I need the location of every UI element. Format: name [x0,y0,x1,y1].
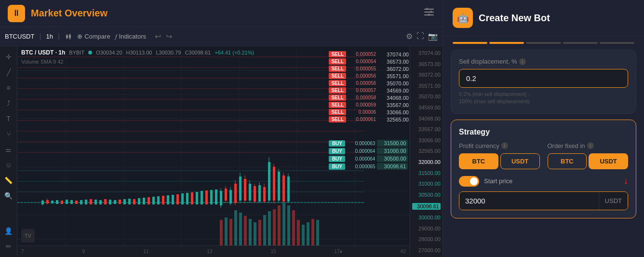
sell-price: 35070.00 [378,81,409,86]
price-tick-18: 27000.00 [412,247,441,253]
svg-rect-44 [220,220,223,249]
chart-body: ✛ ╱ ≡ ⤴ T ⑂ ⚌ ☺ 📏 🔍 👤 ✏ [0,46,443,257]
compare-button[interactable]: ⊕ Compare [77,33,110,40]
svg-rect-117 [138,198,140,204]
crosshair-tool[interactable]: ✛ [2,50,15,64]
sell-order-5: SELL 0.000056 35070.00 [329,80,409,86]
svg-rect-119 [148,197,150,204]
user-tool[interactable]: 👤 [2,224,15,238]
price-tick: 33066.00 [412,137,441,143]
order-fixed-info[interactable]: i [587,142,594,149]
profit-currency-btc-button[interactable]: BTC [459,153,498,169]
sell-value: 0.000057 [348,88,376,93]
settings-icon[interactable]: ⚙ [406,32,413,41]
chart-pair: BTC / USDT · 1h [21,49,65,56]
svg-rect-63 [311,219,314,249]
chart-toolbar: BTCUSDT | 1h | ⊕ Compare 𝑓 Indicators ↩ … [0,27,443,46]
sell-displacement-card: Sell displacement, % i 0.2% (min sell di… [451,50,636,114]
svg-rect-45 [225,217,228,249]
emoji-tool[interactable]: ☺ [2,158,15,172]
zoom-tool[interactable]: 🔍 [2,189,15,203]
sell-badge: SELL [329,95,346,101]
svg-rect-123 [167,195,169,204]
svg-rect-112 [114,200,116,204]
svg-rect-52 [258,220,261,249]
sell-order-8: SELL 0.000059 33567.00 [329,102,409,108]
sell-displacement-input[interactable] [459,69,628,88]
edit-tool[interactable]: ✏ [2,240,15,253]
chart-header: ⏸ Market Overview [0,0,443,27]
indicators-button[interactable]: 𝑓 Indicators [115,33,146,41]
regression-tool[interactable]: ⤴ [2,96,15,110]
pitchfork-tool[interactable]: ⑂ [2,127,15,141]
profit-currency-col: Profit currency i BTC USDT [459,142,540,169]
camera-icon[interactable]: 📷 [428,32,438,41]
interval-label[interactable]: 1h [46,33,53,40]
svg-rect-46 [229,219,232,249]
sell-value: 0.000058 [348,95,376,100]
price-tick-17: 28000.00 [412,236,441,242]
price-tick-buy2: 31000.00 [412,181,441,187]
strategy-title: Strategy [459,128,628,136]
symbol-label[interactable]: BTCUSDT [5,33,34,40]
buy-value: 0.000063 [347,141,375,146]
progress-tab-3[interactable] [526,42,561,44]
buy-price: 31500.00 [377,140,408,147]
buy-value: 0.000064 [347,156,375,162]
svg-rect-58 [287,205,290,249]
progress-tab-4[interactable] [563,42,598,44]
start-price-toggle[interactable] [459,176,479,187]
strategy-card: Strategy Profit currency i BTC USDT Orde… [451,120,636,218]
brush-tool[interactable]: ⚌ [2,143,15,156]
order-fixed-btn-group: BTC USDT [548,153,629,169]
progress-tab-5[interactable] [600,42,634,44]
chart-exchange: BYBIT [69,50,84,55]
filter-icon[interactable] [423,6,435,20]
svg-rect-105 [80,200,82,204]
start-price-input[interactable] [459,192,599,210]
svg-rect-56 [278,205,281,249]
svg-rect-128 [191,192,193,204]
chart-open: O30034.20 [96,50,122,55]
sell-order-6: SELL 0.000057 34569.00 [329,87,409,94]
live-dot [88,51,92,54]
svg-rect-111 [109,200,111,204]
progress-tab-2[interactable] [489,42,524,44]
buy-badge: BUY [329,163,345,170]
bottom-tick-2: 9 [82,249,85,254]
fullscreen-icon[interactable]: ⛶ [416,32,424,41]
sell-price: 35571.00 [378,73,409,79]
measure-tool[interactable]: 📏 [2,174,15,187]
trend-line-tool[interactable]: ╱ [2,66,15,79]
tv-watermark: TV [21,229,35,243]
profit-currency-usdt-button[interactable]: USDT [500,153,540,169]
chart-change: +64.41 (+0.21%) [215,50,254,55]
progress-tab-1[interactable] [453,42,487,44]
buy-badge: BUY [329,156,345,162]
chart-title: Market Overview [31,8,107,19]
redo-icon[interactable]: ↪ [166,32,172,41]
order-fixed-usdt-button[interactable]: USDT [589,153,628,169]
svg-rect-122 [162,196,164,204]
price-tick: 36072.00 [412,72,441,78]
profit-currency-info[interactable]: i [501,142,508,149]
text-tool[interactable]: T [2,112,15,125]
buy-order-3: BUY 0.000064 30500.00 [329,155,409,162]
right-panel: 🤖 Create New Bot Sell displacement, % i … [443,0,644,257]
sell-badge: SELL [329,116,346,122]
svg-rect-101 [61,201,63,204]
sell-price: 33066.00 [378,109,409,115]
sell-displacement-info[interactable]: i [519,58,526,65]
svg-rect-55 [273,209,276,249]
undo-icon[interactable]: ↩ [155,32,161,41]
buy-badge: BUY [329,148,345,154]
order-fixed-btc-button[interactable]: BTC [548,153,587,169]
candlestick-icon[interactable] [65,33,72,41]
volume-count-label: 42 [401,249,406,254]
chart-close: C30098.61 [185,50,211,55]
sell-order-9: SELL 0.00006 33066.00 [329,109,409,115]
svg-rect-104 [75,201,78,204]
svg-rect-49 [244,216,247,249]
bottom-tick-4: 13 [207,249,212,254]
channel-tool[interactable]: ≡ [2,81,15,95]
